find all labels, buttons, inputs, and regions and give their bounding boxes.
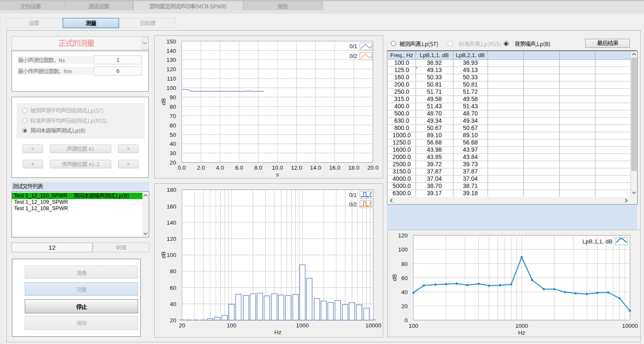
svg-text:s: s <box>276 171 279 178</box>
svg-text:180: 180 <box>167 187 176 193</box>
svg-text:10000: 10000 <box>622 323 638 329</box>
svg-text:100: 100 <box>409 323 419 329</box>
svg-text:18.0: 18.0 <box>348 165 359 171</box>
svg-text:0/2: 0/2 <box>349 201 357 208</box>
svg-text:80: 80 <box>170 104 176 110</box>
svg-text:dB: dB <box>160 251 167 259</box>
svg-text:100: 100 <box>166 85 176 91</box>
svg-text:0/1: 0/1 <box>349 192 357 198</box>
svg-text:110: 110 <box>167 75 176 82</box>
svg-text:120: 120 <box>166 66 176 72</box>
svg-text:120: 120 <box>398 232 408 239</box>
svg-text:80: 80 <box>401 261 407 267</box>
svg-text:130: 130 <box>166 57 176 63</box>
svg-text:40: 40 <box>170 141 176 147</box>
svg-text:70: 70 <box>170 113 176 119</box>
svg-text:20: 20 <box>170 159 176 166</box>
svg-text:100: 100 <box>227 322 237 329</box>
svg-text:4.0: 4.0 <box>216 165 224 171</box>
svg-text:40: 40 <box>170 301 176 307</box>
svg-text:60: 60 <box>170 122 176 129</box>
svg-text:dB: dB <box>391 274 398 281</box>
svg-text:0.0: 0.0 <box>178 165 186 171</box>
svg-text:80: 80 <box>170 268 176 275</box>
svg-text:160: 160 <box>167 203 176 210</box>
svg-text:100: 100 <box>167 252 176 258</box>
svg-text:100: 100 <box>398 246 408 253</box>
svg-text:10.0: 10.0 <box>272 165 283 171</box>
svg-text:30: 30 <box>170 150 176 156</box>
svg-text:Hz: Hz <box>274 329 282 335</box>
svg-text:60: 60 <box>170 285 176 291</box>
svg-text:20: 20 <box>179 322 185 329</box>
svg-text:40: 40 <box>401 289 407 295</box>
svg-text:50: 50 <box>170 132 176 138</box>
svg-text:20: 20 <box>401 303 407 309</box>
svg-text:2.0: 2.0 <box>197 165 205 171</box>
svg-text:1000: 1000 <box>296 322 309 329</box>
svg-text:6.0: 6.0 <box>235 165 243 171</box>
svg-text:1000: 1000 <box>515 323 528 329</box>
svg-text:20: 20 <box>170 317 176 324</box>
svg-text:12.0: 12.0 <box>291 165 302 171</box>
svg-text:0: 0 <box>404 317 408 324</box>
svg-text:60: 60 <box>401 275 407 281</box>
svg-text:120: 120 <box>167 236 176 242</box>
svg-text:90: 90 <box>170 94 176 101</box>
svg-text:Hz: Hz <box>518 330 526 336</box>
svg-text:140: 140 <box>166 48 176 54</box>
svg-text:150: 150 <box>166 38 176 45</box>
svg-text:10000: 10000 <box>365 322 381 329</box>
svg-text:0/1: 0/1 <box>349 43 357 49</box>
svg-text:140: 140 <box>167 220 176 226</box>
svg-text:0/2: 0/2 <box>349 53 357 59</box>
svg-text:dB: dB <box>160 98 167 105</box>
svg-text:20.0: 20.0 <box>367 165 378 171</box>
svg-text:LpB,1,1, dB: LpB,1,1, dB <box>582 238 612 245</box>
svg-text:16.0: 16.0 <box>329 165 340 171</box>
svg-text:8.0: 8.0 <box>254 165 263 171</box>
svg-text:14.0: 14.0 <box>310 165 321 171</box>
